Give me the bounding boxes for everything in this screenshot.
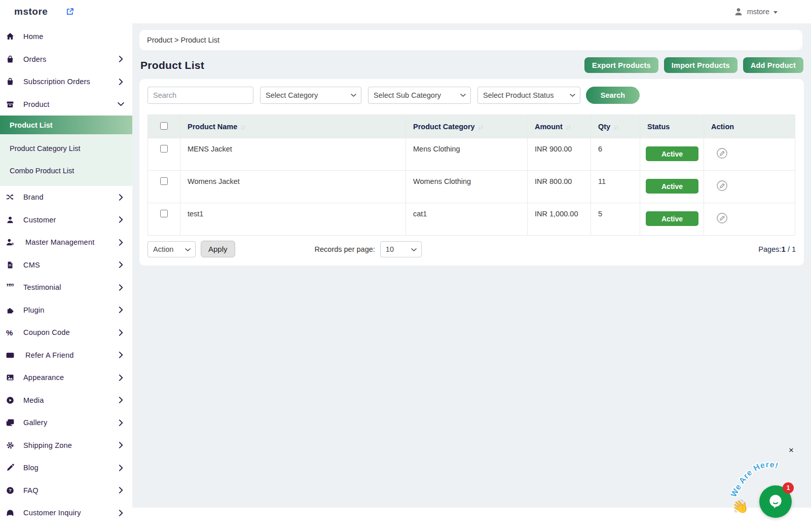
category-select[interactable]: Select Category (260, 87, 361, 104)
chevron-right-icon (119, 307, 123, 313)
row-checkbox[interactable] (160, 210, 168, 217)
sidebar-item-customer-inquiry[interactable]: Customer Inquiry (0, 502, 132, 524)
sidebar-item-refer-a-friend[interactable]: Refer A Friend (0, 344, 132, 367)
content-panel: Product > Product List Product List Expo… (132, 23, 811, 508)
sub-category-select[interactable]: Select Sub Category (368, 87, 471, 104)
puzzle-icon (6, 306, 19, 314)
sidebar-item-faq[interactable]: ? FAQ (0, 479, 132, 502)
person-gear-icon (6, 238, 19, 246)
search-button[interactable]: Search (586, 87, 640, 104)
qty-cell: 5 (591, 203, 640, 236)
chevron-right-icon (119, 397, 123, 403)
sidebar-item-product[interactable]: Product (0, 93, 132, 116)
svg-text:?: ? (9, 488, 12, 493)
sidebar-item-orders[interactable]: Orders (0, 48, 132, 71)
sidebar: Home Orders Subscription Orders (0, 23, 132, 532)
chevron-right-icon (119, 352, 123, 358)
brand-area: mstore (0, 6, 132, 17)
document-icon (6, 261, 19, 269)
sidebar-item-shipping-zone[interactable]: Shipping Zone (0, 434, 132, 457)
product-name-cell: MENS Jacket (180, 138, 406, 171)
image-icon (6, 373, 19, 382)
product-box-icon (6, 100, 19, 108)
caret-down-icon (773, 11, 778, 14)
amount-cell: INR 800.00 (528, 171, 591, 203)
edit-icon[interactable] (716, 212, 728, 225)
sidebar-item-media[interactable]: Media (0, 389, 132, 412)
sidebar-item-home[interactable]: Home (0, 25, 132, 48)
pagination: Pages:1 / 1 (758, 245, 796, 253)
sidebar-item-blog[interactable]: Blog (0, 457, 132, 479)
user-menu[interactable]: mstore (734, 7, 778, 16)
sidebar-item-plugin[interactable]: Plugin (0, 299, 132, 322)
breadcrumb: Product > Product List (139, 30, 802, 50)
status-badge[interactable]: Active (646, 146, 698, 161)
shopping-bag-icon (6, 55, 19, 63)
product-submenu: Product Category List Combo Product List (0, 134, 132, 186)
chevron-right-icon (119, 261, 123, 268)
add-product-button[interactable]: Add Product (743, 57, 803, 73)
sidebar-item-combo-product-list[interactable]: Combo Product List (0, 160, 132, 182)
apply-button[interactable]: Apply (201, 241, 235, 257)
export-products-button[interactable]: Export Products (584, 57, 658, 73)
sidebar-item-gallery[interactable]: Gallery (0, 411, 132, 434)
sidebar-item-product-category-list[interactable]: Product Category List (0, 137, 132, 160)
chevron-right-icon (119, 442, 123, 448)
sidebar-item-appearance[interactable]: Appearance (0, 366, 132, 389)
sidebar-item-product-list[interactable]: Product List (0, 116, 132, 134)
chevron-right-icon (119, 420, 123, 426)
bulk-action-select[interactable]: Action (148, 241, 196, 257)
user-menu-label: mstore (747, 8, 769, 16)
sidebar-item-customer[interactable]: Customer (0, 209, 132, 232)
quote-icon: ”” (6, 283, 19, 292)
chat-launcher-button[interactable]: 1 (759, 485, 792, 518)
external-link-icon[interactable] (66, 8, 74, 16)
waving-hand-emoji: 👋 (730, 497, 750, 516)
status-badge[interactable]: Active (646, 179, 698, 194)
product-name-cell: test1 (180, 203, 406, 236)
chat-bubble-icon (766, 492, 785, 511)
product-category-cell: Womens Clothing (406, 171, 528, 203)
row-checkbox[interactable] (160, 145, 168, 153)
chevron-right-icon (119, 510, 123, 516)
select-all-checkbox[interactable] (160, 122, 168, 130)
sidebar-item-master-management[interactable]: Master Management (0, 231, 132, 254)
chat-close-button[interactable]: × (789, 446, 794, 454)
app-window: mstore mstore Home (0, 0, 811, 532)
card-icon (6, 351, 19, 359)
chevron-right-icon (119, 465, 123, 471)
chevron-right-icon (119, 216, 123, 223)
sidebar-item-testimonial[interactable]: ”” Testimonial (0, 276, 132, 299)
status-badge[interactable]: Active (646, 211, 698, 226)
edit-icon[interactable] (716, 147, 728, 161)
sort-icon[interactable]: ↓↑ (478, 123, 483, 131)
product-category-cell: cat1 (406, 203, 528, 236)
shuffle-icon (6, 193, 19, 201)
records-per-page-select[interactable]: 10 (380, 241, 422, 257)
app-logo: mstore (14, 6, 48, 17)
chevron-right-icon (119, 79, 123, 85)
row-checkbox[interactable] (160, 177, 168, 185)
product-list-card: Select Category Select Sub Category Sele… (139, 79, 804, 265)
chevron-down-icon (119, 101, 123, 107)
percent-icon: % (6, 329, 19, 336)
sort-icon[interactable]: ↓↑ (613, 123, 618, 131)
chevron-right-icon (119, 56, 123, 62)
edit-icon[interactable] (716, 180, 728, 193)
person-icon (6, 216, 19, 224)
play-circle-icon (6, 396, 19, 404)
import-products-button[interactable]: Import Products (664, 57, 738, 73)
gallery-icon (6, 419, 19, 427)
amount-cell: INR 900.00 (528, 138, 591, 171)
user-icon (734, 7, 743, 16)
sort-icon[interactable]: ↓↑ (240, 123, 245, 131)
sort-icon[interactable]: ↓↑ (566, 123, 570, 131)
sidebar-item-subscription-orders[interactable]: Subscription Orders (0, 70, 132, 93)
main-content: Product > Product List Product List Expo… (132, 23, 811, 532)
sidebar-item-coupon-code[interactable]: % Coupon Code (0, 321, 132, 344)
sidebar-item-cms[interactable]: CMS (0, 254, 132, 277)
sidebar-item-brand[interactable]: Brand (0, 186, 132, 209)
product-status-select[interactable]: Select Product Status (477, 87, 580, 104)
chevron-right-icon (119, 329, 123, 336)
search-input[interactable] (148, 87, 253, 104)
